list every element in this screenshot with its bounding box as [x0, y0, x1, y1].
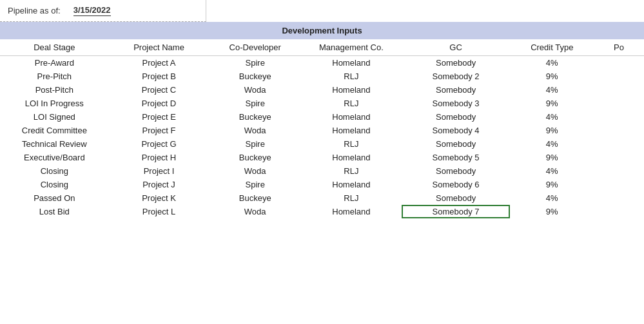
cell-gc: Somebody 5 — [402, 151, 511, 164]
cell-co_developer: Buckeye — [209, 110, 301, 124]
cell-project_name: Project B — [109, 70, 210, 83]
cell-co_developer: Spire — [209, 137, 301, 151]
cell-credit_type: 9% — [510, 178, 594, 191]
col-header-project-name: Project Name — [109, 39, 210, 56]
cell-deal_stage: Closing — [0, 178, 109, 191]
cell-credit_type: 4% — [510, 137, 594, 151]
cell-credit_type: 9% — [510, 124, 594, 137]
cell-management_co: RLJ — [301, 137, 402, 151]
development-inputs-table: Development Inputs Deal Stage Project Na… — [0, 22, 644, 218]
table-row: Executive/BoardProject HBuckeyeHomelandS… — [0, 151, 644, 164]
cell-credit_type: 4% — [510, 110, 594, 124]
cell-co_developer: Woda — [209, 164, 301, 178]
cell-project_name: Project E — [109, 110, 210, 124]
cell-credit_type: 4% — [510, 56, 594, 70]
cell-gc: Somebody — [402, 164, 511, 178]
cell-project_name: Project F — [109, 124, 210, 137]
col-header-deal-stage: Deal Stage — [0, 39, 109, 56]
cell-po — [594, 137, 644, 151]
section-header-row: Development Inputs — [0, 22, 644, 39]
cell-management_co: Homeland — [301, 151, 402, 164]
cell-po — [594, 83, 644, 97]
cell-po — [594, 97, 644, 110]
cell-co_developer: Woda — [209, 205, 301, 218]
cell-management_co: Homeland — [301, 56, 402, 70]
cell-gc: Somebody — [402, 191, 511, 205]
cell-gc: Somebody 6 — [402, 178, 511, 191]
cell-management_co: RLJ — [301, 70, 402, 83]
cell-co_developer: Buckeye — [209, 191, 301, 205]
cell-management_co: RLJ — [301, 97, 402, 110]
cell-management_co: Homeland — [301, 205, 402, 218]
cell-credit_type: 4% — [510, 83, 594, 97]
cell-co_developer: Spire — [209, 178, 301, 191]
cell-gc: Somebody 7 — [402, 205, 511, 218]
table-row: ClosingProject IWodaRLJSomebody4% — [0, 164, 644, 178]
cell-project_name: Project J — [109, 178, 210, 191]
cell-po — [594, 178, 644, 191]
cell-deal_stage: Closing — [0, 164, 109, 178]
cell-gc: Somebody 3 — [402, 97, 511, 110]
cell-project_name: Project G — [109, 137, 210, 151]
col-header-co-developer: Co-Developer — [209, 39, 301, 56]
cell-deal_stage: Pre-Pitch — [0, 70, 109, 83]
cell-deal_stage: Technical Review — [0, 137, 109, 151]
cell-project_name: Project C — [109, 83, 210, 97]
cell-project_name: Project I — [109, 164, 210, 178]
cell-deal_stage: Executive/Board — [0, 151, 109, 164]
cell-project_name: Project A — [109, 56, 210, 70]
cell-gc: Somebody — [402, 110, 511, 124]
table-row: Lost BidProject LWodaHomelandSomebody 79… — [0, 205, 644, 218]
cell-deal_stage: LOI In Progress — [0, 97, 109, 110]
column-header-row: Deal Stage Project Name Co-Developer Man… — [0, 39, 644, 56]
cell-deal_stage: Credit Committee — [0, 124, 109, 137]
cell-credit_type: 9% — [510, 97, 594, 110]
cell-po — [594, 70, 644, 83]
section-title: Development Inputs — [0, 22, 644, 39]
cell-gc: Somebody — [402, 56, 511, 70]
cell-management_co: Homeland — [301, 110, 402, 124]
cell-credit_type: 9% — [510, 70, 594, 83]
cell-co_developer: Woda — [209, 124, 301, 137]
main-table-wrapper: Development Inputs Deal Stage Project Na… — [0, 22, 644, 218]
cell-credit_type: 4% — [510, 191, 594, 205]
pipeline-label: Pipeline as of: — [8, 6, 61, 15]
col-header-management-co: Management Co. — [301, 39, 402, 56]
cell-co_developer: Woda — [209, 83, 301, 97]
table-row: Pre-AwardProject ASpireHomelandSomebody4… — [0, 56, 644, 70]
cell-po — [594, 191, 644, 205]
pipeline-header: Pipeline as of: 3/15/2022 — [0, 0, 206, 22]
cell-credit_type: 9% — [510, 205, 594, 218]
table-row: LOI SignedProject EBuckeyeHomelandSomebo… — [0, 110, 644, 124]
table-row: LOI In ProgressProject DSpireRLJSomebody… — [0, 97, 644, 110]
cell-po — [594, 151, 644, 164]
cell-co_developer: Buckeye — [209, 151, 301, 164]
cell-project_name: Project L — [109, 205, 210, 218]
cell-credit_type: 9% — [510, 151, 594, 164]
col-header-credit-type: Credit Type — [510, 39, 594, 56]
table-row: ClosingProject JSpireHomelandSomebody 69… — [0, 178, 644, 191]
col-header-gc: GC — [402, 39, 511, 56]
data-rows-body: Pre-AwardProject ASpireHomelandSomebody4… — [0, 56, 644, 219]
cell-deal_stage: Pre-Award — [0, 56, 109, 70]
table-row: Passed OnProject KBuckeyeRLJSomebody4% — [0, 191, 644, 205]
cell-gc: Somebody — [402, 83, 511, 97]
cell-management_co: RLJ — [301, 191, 402, 205]
cell-po — [594, 205, 644, 218]
cell-gc: Somebody 4 — [402, 124, 511, 137]
cell-deal_stage: Lost Bid — [0, 205, 109, 218]
cell-co_developer: Spire — [209, 56, 301, 70]
cell-deal_stage: Post-Pitch — [0, 83, 109, 97]
table-row: Technical ReviewProject GSpireRLJSomebod… — [0, 137, 644, 151]
cell-co_developer: Spire — [209, 97, 301, 110]
col-header-po: Po — [594, 39, 644, 56]
cell-management_co: Homeland — [301, 178, 402, 191]
table-row: Pre-PitchProject BBuckeyeRLJSomebody 29% — [0, 70, 644, 83]
cell-management_co: Homeland — [301, 83, 402, 97]
cell-management_co: RLJ — [301, 164, 402, 178]
cell-management_co: Homeland — [301, 124, 402, 137]
cell-po — [594, 110, 644, 124]
cell-credit_type: 4% — [510, 164, 594, 178]
cell-gc: Somebody 2 — [402, 70, 511, 83]
table-row: Credit CommitteeProject FWodaHomelandSom… — [0, 124, 644, 137]
